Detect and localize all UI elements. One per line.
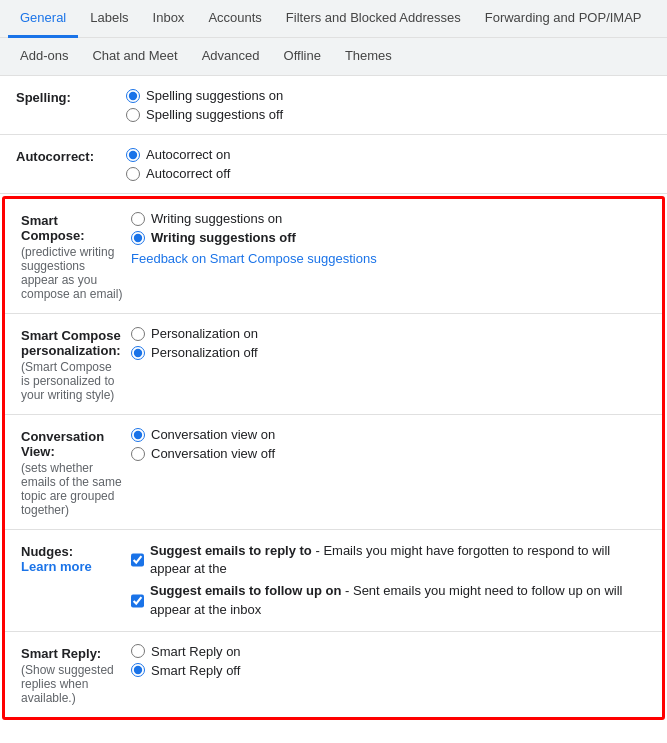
spelling-label: Spelling: bbox=[16, 88, 126, 105]
conversation-off-radio[interactable] bbox=[131, 447, 145, 461]
smart-compose-content: Writing suggestions on Writing suggestio… bbox=[131, 211, 646, 266]
settings-body: Spelling: Spelling suggestions on Spelli… bbox=[0, 76, 667, 720]
tab-advanced[interactable]: Advanced bbox=[190, 38, 272, 76]
tab-forwarding[interactable]: Forwarding and POP/IMAP bbox=[473, 0, 654, 38]
tab-filters[interactable]: Filters and Blocked Addresses bbox=[274, 0, 473, 38]
nudges-reply-checkbox[interactable] bbox=[131, 553, 144, 567]
smart-compose-section: Smart Compose: (predictive writing sugge… bbox=[5, 199, 662, 314]
smart-compose-personalization-subtitle: (Smart Compose is personalized to your w… bbox=[21, 360, 123, 402]
spelling-content: Spelling suggestions on Spelling suggest… bbox=[126, 88, 651, 122]
tab-themes[interactable]: Themes bbox=[333, 38, 404, 76]
smart-compose-label: Smart Compose: (predictive writing sugge… bbox=[21, 211, 131, 301]
smart-compose-off-row: Writing suggestions off bbox=[131, 230, 646, 245]
conversation-view-subtitle: (sets whether emails of the same topic a… bbox=[21, 461, 123, 517]
spelling-on-label: Spelling suggestions on bbox=[146, 88, 283, 103]
nudges-reply-row: Suggest emails to reply to - Emails you … bbox=[131, 542, 646, 578]
smart-reply-off-radio[interactable] bbox=[131, 663, 145, 677]
personalization-off-radio[interactable] bbox=[131, 346, 145, 360]
tab-chat-meet[interactable]: Chat and Meet bbox=[80, 38, 189, 76]
autocorrect-off-row: Autocorrect off bbox=[126, 166, 651, 181]
autocorrect-section: Autocorrect: Autocorrect on Autocorrect … bbox=[0, 135, 667, 194]
smart-reply-label: Smart Reply: (Show suggested replies whe… bbox=[21, 644, 131, 705]
nav-row-1: General Labels Inbox Accounts Filters an… bbox=[0, 0, 667, 38]
tab-general[interactable]: General bbox=[8, 0, 78, 38]
nudges-followup-row: Suggest emails to follow up on - Sent em… bbox=[131, 582, 646, 618]
tab-offline[interactable]: Offline bbox=[272, 38, 333, 76]
smart-reply-on-label: Smart Reply on bbox=[151, 644, 241, 659]
conversation-view-content: Conversation view on Conversation view o… bbox=[131, 427, 646, 461]
smart-reply-section: Smart Reply: (Show suggested replies whe… bbox=[5, 632, 662, 717]
conversation-view-section: Conversation View: (sets whether emails … bbox=[5, 415, 662, 530]
personalization-on-label: Personalization on bbox=[151, 326, 258, 341]
learn-more-link[interactable]: Learn more bbox=[21, 559, 92, 574]
smart-compose-on-row: Writing suggestions on bbox=[131, 211, 646, 226]
spelling-on-row: Spelling suggestions on bbox=[126, 88, 651, 103]
conversation-view-label: Conversation View: (sets whether emails … bbox=[21, 427, 131, 517]
smart-compose-subtitle: (predictive writing suggestions appear a… bbox=[21, 245, 123, 301]
nudges-followup-checkbox[interactable] bbox=[131, 594, 144, 608]
tab-addons[interactable]: Add-ons bbox=[8, 38, 80, 76]
tab-inbox[interactable]: Inbox bbox=[141, 0, 197, 38]
highlight-block: Smart Compose: (predictive writing sugge… bbox=[2, 196, 665, 720]
nudges-label: Nudges: Learn more bbox=[21, 542, 131, 574]
smart-reply-off-row: Smart Reply off bbox=[131, 663, 646, 678]
smart-compose-off-radio[interactable] bbox=[131, 231, 145, 245]
spelling-on-radio[interactable] bbox=[126, 89, 140, 103]
smart-reply-off-label: Smart Reply off bbox=[151, 663, 240, 678]
smart-compose-on-radio[interactable] bbox=[131, 212, 145, 226]
smart-reply-subtitle: (Show suggested replies when available.) bbox=[21, 663, 123, 705]
personalization-on-radio[interactable] bbox=[131, 327, 145, 341]
conversation-off-label: Conversation view off bbox=[151, 446, 275, 461]
autocorrect-off-radio[interactable] bbox=[126, 167, 140, 181]
spelling-section: Spelling: Spelling suggestions on Spelli… bbox=[0, 76, 667, 135]
personalization-off-label: Personalization off bbox=[151, 345, 258, 360]
autocorrect-on-row: Autocorrect on bbox=[126, 147, 651, 162]
nudges-reply-label: Suggest emails to reply to - Emails you … bbox=[150, 542, 646, 578]
smart-compose-personalization-section: Smart Compose personalization: (Smart Co… bbox=[5, 314, 662, 415]
spelling-off-row: Spelling suggestions off bbox=[126, 107, 651, 122]
conversation-on-radio[interactable] bbox=[131, 428, 145, 442]
nudges-followup-label: Suggest emails to follow up on - Sent em… bbox=[150, 582, 646, 618]
conversation-on-label: Conversation view on bbox=[151, 427, 275, 442]
smart-reply-content: Smart Reply on Smart Reply off bbox=[131, 644, 646, 678]
smart-compose-off-label: Writing suggestions off bbox=[151, 230, 296, 245]
spelling-off-radio[interactable] bbox=[126, 108, 140, 122]
autocorrect-off-label: Autocorrect off bbox=[146, 166, 230, 181]
personalization-on-row: Personalization on bbox=[131, 326, 646, 341]
feedback-link[interactable]: Feedback on Smart Compose suggestions bbox=[131, 251, 646, 266]
nav-row-2: Add-ons Chat and Meet Advanced Offline T… bbox=[0, 38, 667, 76]
conversation-on-row: Conversation view on bbox=[131, 427, 646, 442]
smart-compose-personalization-content: Personalization on Personalization off bbox=[131, 326, 646, 360]
smart-compose-on-label: Writing suggestions on bbox=[151, 211, 282, 226]
personalization-off-row: Personalization off bbox=[131, 345, 646, 360]
smart-compose-personalization-label: Smart Compose personalization: (Smart Co… bbox=[21, 326, 131, 402]
smart-reply-on-radio[interactable] bbox=[131, 644, 145, 658]
tab-accounts[interactable]: Accounts bbox=[196, 0, 273, 38]
autocorrect-on-label: Autocorrect on bbox=[146, 147, 231, 162]
conversation-off-row: Conversation view off bbox=[131, 446, 646, 461]
nudges-section: Nudges: Learn more Suggest emails to rep… bbox=[5, 530, 662, 632]
autocorrect-content: Autocorrect on Autocorrect off bbox=[126, 147, 651, 181]
autocorrect-label: Autocorrect: bbox=[16, 147, 126, 164]
smart-reply-on-row: Smart Reply on bbox=[131, 644, 646, 659]
nudges-content: Suggest emails to reply to - Emails you … bbox=[131, 542, 646, 619]
autocorrect-on-radio[interactable] bbox=[126, 148, 140, 162]
spelling-off-label: Spelling suggestions off bbox=[146, 107, 283, 122]
tab-labels[interactable]: Labels bbox=[78, 0, 140, 38]
